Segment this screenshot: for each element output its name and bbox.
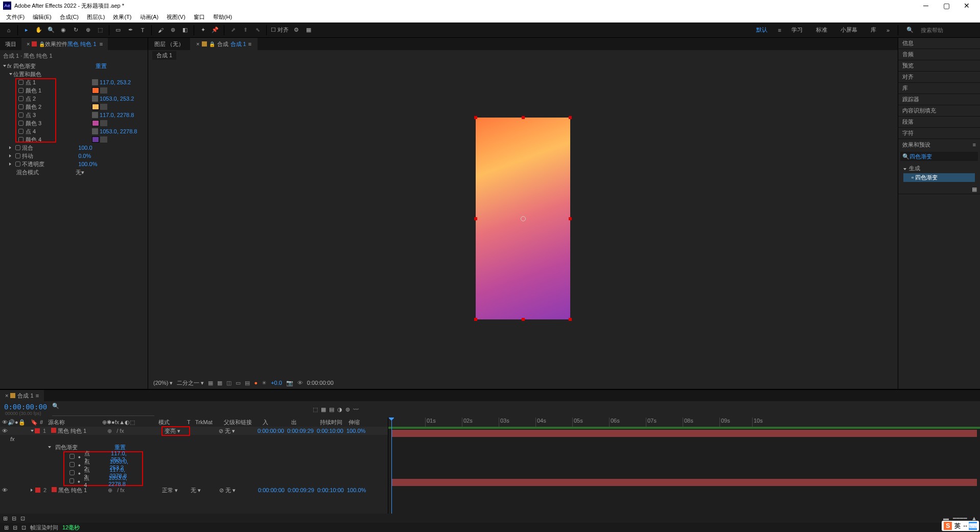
in-time[interactable]: 0:00:00:00 <box>258 428 284 434</box>
tab-effect-controls[interactable]: × 🔒 效果控件 黑色 纯色 1 ≡ <box>21 38 108 50</box>
menu-edit[interactable]: 编辑(E) <box>29 13 56 21</box>
tab-composition[interactable]: × 🔒 合成 合成 1 ≡ <box>190 38 258 50</box>
playhead[interactable] <box>391 418 392 514</box>
workspace-overflow-icon[interactable]: » <box>886 27 890 33</box>
orbit-tool-icon[interactable]: ◉ <box>59 26 68 35</box>
out-time[interactable]: 0:00:09:29 <box>288 487 314 493</box>
brush-tool-icon[interactable]: 🖌 <box>156 26 165 35</box>
toggle-modes-icon[interactable]: ⊟ <box>12 515 16 522</box>
pen-tool-icon[interactable]: ✒ <box>126 26 135 35</box>
workspace-library[interactable]: 库 <box>868 26 879 34</box>
fast-preview-icon[interactable]: ▦ <box>208 380 213 386</box>
home-icon[interactable]: ⌂ <box>4 26 13 35</box>
snap-option-2-icon[interactable]: ▦ <box>304 26 313 35</box>
puppet-tool-icon[interactable]: 📌 <box>211 26 220 35</box>
menu-window[interactable]: 窗口 <box>190 13 209 21</box>
lock-icon[interactable]: 🔒 <box>209 41 215 47</box>
resolution-dropdown[interactable]: 二分之一 ▾ <box>177 379 204 387</box>
mode-dropdown[interactable]: 变亮 ▾ <box>161 426 190 436</box>
frame-blend-icon[interactable]: ◑ <box>337 406 342 413</box>
blend-value[interactable]: 100.0 <box>78 145 92 151</box>
comp-flowchart-icon[interactable]: ⬚ <box>313 406 318 413</box>
grid-icon[interactable]: ▤ <box>245 380 250 386</box>
transform-handle[interactable] <box>474 116 477 119</box>
new-bin-icon[interactable]: ▦ <box>972 186 977 192</box>
eyedropper-icon[interactable] <box>100 87 107 94</box>
tl-point4[interactable]: 1053.0, 2278.8 <box>108 475 142 487</box>
close-tab-icon[interactable]: × <box>5 392 8 399</box>
layer-1-bar[interactable] <box>391 430 977 437</box>
hand-tool-icon[interactable]: ✋ <box>34 26 43 35</box>
parent-dropdown[interactable]: ⊘ 无 ▾ <box>219 487 258 494</box>
roto-brush-tool-icon[interactable]: ✦ <box>198 26 207 35</box>
point-4-value[interactable]: 1053.0, 2278.8 <box>100 128 137 134</box>
layer-color[interactable] <box>35 428 40 433</box>
transform-handle[interactable] <box>474 318 477 321</box>
layer-name[interactable]: 黑色 纯色 1 <box>50 487 106 494</box>
workspace-default[interactable]: 默认 <box>753 26 771 34</box>
timeline-tab-comp[interactable]: × 合成 1 ≡ <box>0 390 44 401</box>
zoom-tool-icon[interactable]: 🔍 <box>46 26 56 35</box>
search-help-input[interactable] <box>921 27 972 33</box>
stopwatch-icon[interactable] <box>18 104 24 109</box>
stopwatch-icon[interactable] <box>18 121 24 126</box>
layer-name[interactable]: 黑色 纯色 1 <box>49 427 105 435</box>
exposure-value[interactable]: +0.0 <box>271 380 282 386</box>
color-4-swatch[interactable] <box>92 136 99 143</box>
point-3-value[interactable]: 117.0, 2278.8 <box>100 112 134 118</box>
world-axis-icon[interactable]: ⬆ <box>241 26 250 35</box>
work-area-bar[interactable] <box>388 427 980 429</box>
selection-tool-icon[interactable]: ▸ <box>22 26 31 35</box>
channel-icon[interactable]: ● <box>254 380 258 386</box>
mode-dropdown[interactable]: 正常 ▾ <box>162 487 191 494</box>
view-axis-icon[interactable]: ⬉ <box>253 26 262 35</box>
menu-file[interactable]: 文件(F) <box>2 13 29 21</box>
maximize-button[interactable]: ▢ <box>936 0 956 11</box>
roi-icon[interactable]: ▭ <box>236 380 241 386</box>
preset-item[interactable]: ▫ 四色渐变 <box>903 173 975 182</box>
panel-info[interactable]: 信息 <box>898 38 980 49</box>
clone-stamp-tool-icon[interactable]: ⊛ <box>168 26 177 35</box>
panel-content-aware-fill[interactable]: 内容识别填充 <box>898 105 980 117</box>
timeline-search-input[interactable] <box>52 409 154 416</box>
workspace-menu-icon[interactable]: ≡ <box>778 27 781 33</box>
color-1-swatch[interactable] <box>92 87 99 94</box>
rotation-tool-icon[interactable]: ↻ <box>71 26 80 35</box>
menu-effect[interactable]: 效果(T) <box>109 13 135 21</box>
layer-row[interactable]: 👁 2 黑色 纯色 1 ⊕ / fx 正常 ▾ 无 ▾ ⊘ 无 ▾ 0:00:0… <box>0 486 388 494</box>
exposure-reset-icon[interactable]: ☀ <box>262 380 267 386</box>
stopwatch-icon[interactable] <box>18 96 24 101</box>
graph-editor-icon[interactable]: 〰 <box>353 406 359 413</box>
group-position-color[interactable]: 位置和颜色 <box>13 71 41 78</box>
text-tool-icon[interactable]: T <box>138 26 147 35</box>
panel-align[interactable]: 对齐 <box>898 72 980 83</box>
tab-layer-none[interactable]: 图层 （无） <box>148 38 190 50</box>
stopwatch-icon[interactable] <box>18 88 24 93</box>
out-time[interactable]: 0:00:09:29 <box>287 428 314 434</box>
tab-project[interactable]: 项目 <box>0 38 21 50</box>
show-snapshot-icon[interactable]: 👁 <box>297 380 303 386</box>
composition-canvas[interactable] <box>476 118 570 319</box>
workspace-standard[interactable]: 标准 <box>813 26 830 34</box>
stretch[interactable]: 100.0% <box>347 487 366 493</box>
mask-toggle-icon[interactable]: ◫ <box>226 380 231 386</box>
panel-menu-icon[interactable]: ≡ <box>36 392 39 399</box>
zoom-dropdown[interactable]: (20%) ▾ <box>153 380 173 386</box>
pan-behind-tool-icon[interactable]: ⬚ <box>96 26 105 35</box>
transform-handle[interactable] <box>522 318 525 321</box>
effects-search-input[interactable] <box>909 153 980 159</box>
layer-2-bar[interactable] <box>391 479 977 486</box>
eyedropper-icon[interactable] <box>100 136 107 143</box>
eraser-tool-icon[interactable]: ◧ <box>180 26 190 35</box>
close-tab-icon[interactable]: × <box>27 41 30 47</box>
ime-indicator[interactable]: S 英 •• ⌨ <box>942 521 979 531</box>
eyedropper-icon[interactable] <box>100 120 107 126</box>
visibility-toggle[interactable]: 👁 <box>2 487 8 493</box>
toggle-switches-icon[interactable]: ⊞ <box>3 515 8 522</box>
duration[interactable]: 0:00:10:00 <box>317 428 343 434</box>
layer-row[interactable]: 👁 1 黑色 纯色 1 ⊕ / fx 变亮 ▾ ⊘ 无 ▾ 0:00:00:00… <box>0 427 388 435</box>
menu-help[interactable]: 帮助(H) <box>209 13 236 21</box>
stretch[interactable]: 100.0% <box>346 428 365 434</box>
flow-tab-comp[interactable]: 合成 1 <box>152 51 176 60</box>
workspace-small[interactable]: 小屏幕 <box>837 26 860 34</box>
